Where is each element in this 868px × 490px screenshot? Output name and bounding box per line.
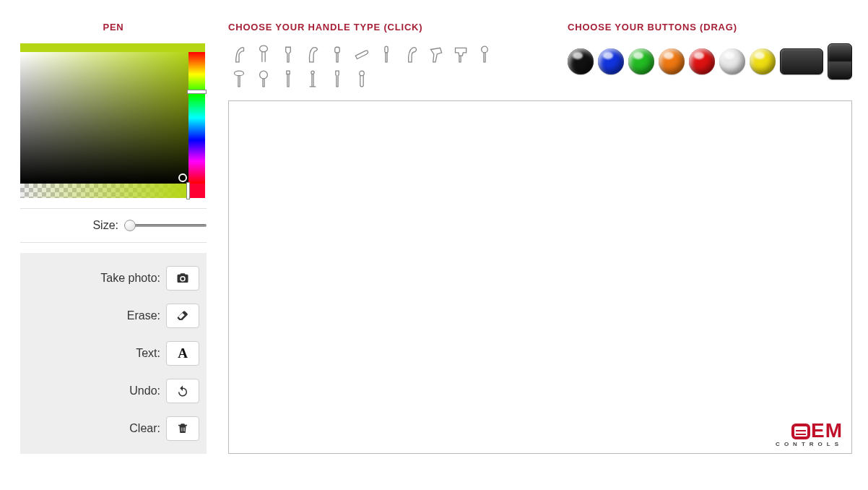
undo-label: Undo: — [129, 384, 160, 397]
handle-option[interactable] — [228, 43, 250, 65]
handle-option[interactable] — [253, 68, 274, 90]
text-button[interactable]: A — [166, 341, 199, 366]
handle-option[interactable] — [326, 43, 348, 65]
button-yellow[interactable] — [750, 48, 776, 74]
handle-option[interactable] — [351, 68, 373, 90]
saturation-value-area[interactable] — [20, 52, 188, 184]
button-green[interactable] — [628, 48, 654, 74]
hue-strip[interactable] — [188, 52, 205, 184]
sidebar: Pen Size: — [20, 22, 207, 454]
handle-option[interactable] — [474, 43, 495, 65]
hue-handle[interactable] — [187, 90, 207, 94]
svg-point-3 — [482, 46, 488, 53]
divider — [20, 208, 207, 209]
main-area: Choose Your Handle Type (Click) — [228, 22, 852, 454]
svg-point-5 — [260, 71, 268, 79]
tool-panel: Take photo: Erase: Text: A Undo: — [20, 253, 207, 454]
rocker-switch-horizontal[interactable] — [780, 48, 823, 74]
svg-rect-6 — [287, 71, 290, 74]
handle-option[interactable] — [351, 43, 373, 65]
handle-option[interactable] — [302, 43, 324, 65]
handle-option[interactable] — [449, 43, 471, 65]
handle-option[interactable] — [253, 43, 274, 65]
eraser-icon — [176, 309, 189, 322]
color-picker[interactable] — [20, 43, 205, 198]
color-swatch — [188, 184, 205, 198]
logo-main: EM — [776, 421, 843, 441]
drawing-canvas[interactable]: EM CONTROLS — [228, 100, 852, 454]
clear-label: Clear: — [129, 422, 160, 435]
svg-point-7 — [311, 71, 314, 74]
button-red[interactable] — [689, 48, 715, 74]
divider — [20, 242, 207, 243]
logo-o-icon — [791, 424, 810, 439]
handle-option[interactable] — [425, 43, 446, 65]
svg-rect-1 — [335, 47, 340, 53]
color-preview-strip — [20, 43, 205, 52]
sv-handle[interactable] — [178, 173, 187, 182]
button-row — [568, 43, 852, 79]
buttons-title: Choose Your Buttons (Drag) — [568, 22, 852, 33]
button-section: Choose Your Buttons (Drag) — [568, 22, 852, 90]
logo-subtitle: CONTROLS — [776, 441, 843, 447]
handle-grid — [228, 43, 517, 90]
trash-icon — [176, 422, 189, 435]
size-slider-thumb[interactable] — [124, 220, 136, 231]
svg-point-0 — [260, 46, 268, 52]
camera-icon — [176, 272, 189, 285]
take-photo-button[interactable] — [166, 266, 199, 291]
handle-option[interactable] — [376, 43, 397, 65]
take-photo-label: Take photo: — [100, 272, 160, 285]
svg-point-4 — [235, 71, 244, 76]
brand-logo: EM CONTROLS — [776, 421, 843, 447]
size-label: Size: — [20, 219, 118, 232]
svg-rect-2 — [385, 46, 388, 53]
button-white[interactable] — [719, 48, 745, 74]
alpha-handle[interactable] — [186, 182, 190, 199]
undo-button[interactable] — [166, 379, 199, 403]
size-slider[interactable] — [124, 224, 207, 227]
erase-label: Erase: — [127, 309, 160, 322]
text-label: Text: — [136, 347, 160, 360]
handle-option[interactable] — [302, 68, 324, 90]
button-black[interactable] — [568, 48, 594, 74]
handle-option[interactable] — [400, 43, 422, 65]
button-orange[interactable] — [659, 48, 685, 74]
handle-section: Choose Your Handle Type (Click) — [228, 22, 517, 90]
pen-title: Pen — [20, 22, 207, 33]
clear-button[interactable] — [166, 416, 199, 441]
handle-option[interactable] — [277, 43, 299, 65]
handle-title: Choose Your Handle Type (Click) — [228, 22, 517, 33]
alpha-strip[interactable] — [20, 184, 188, 198]
undo-icon — [176, 384, 189, 397]
erase-button[interactable] — [166, 304, 199, 328]
handle-option[interactable] — [228, 68, 250, 90]
svg-point-8 — [360, 71, 365, 76]
text-icon: A — [178, 345, 188, 361]
rocker-switch-vertical[interactable] — [828, 43, 852, 79]
size-row: Size: — [20, 219, 207, 232]
handle-option[interactable] — [326, 68, 348, 90]
button-blue[interactable] — [598, 48, 624, 74]
handle-option[interactable] — [277, 68, 299, 90]
